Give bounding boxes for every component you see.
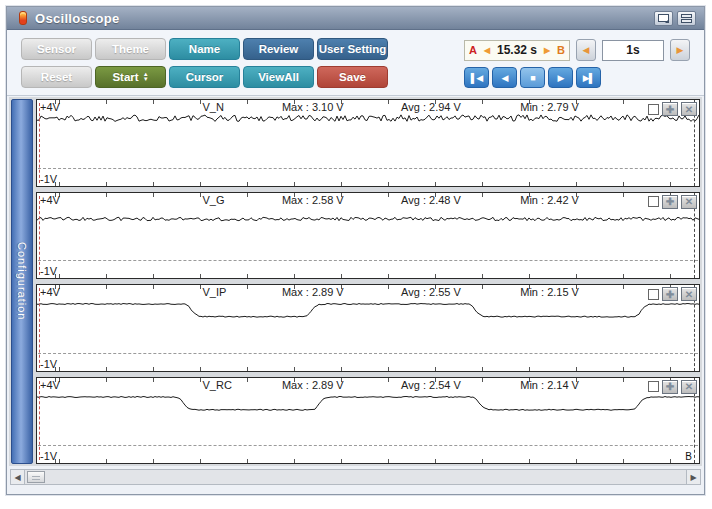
toolbar-buttons: SensorThemeNameReviewUser Setting ResetS… xyxy=(21,38,388,88)
channel-header: +4V V_N Max : 3.10 V Avg : 2.94 V Min : … xyxy=(37,100,699,116)
channel-controls: ✚ ✕ xyxy=(648,195,697,209)
window-title: Oscilloscope xyxy=(35,11,120,26)
review-button[interactable]: Review xyxy=(243,38,314,60)
magnify-channel-button[interactable]: ✚ xyxy=(662,102,678,116)
channel-controls: ✚ ✕ xyxy=(648,102,697,116)
playback-controls: ▌◀◀■▶▶▌ xyxy=(464,67,690,88)
scale-top-label: +4V xyxy=(40,101,60,113)
skip-start-button[interactable]: ▌◀ xyxy=(464,67,489,88)
app-window: Oscilloscope SensorThemeNameReviewUser S… xyxy=(6,6,705,495)
interval-decrease-button[interactable]: ◀ xyxy=(576,39,596,61)
channel-header: +4V V_RC Max : 2.89 V Avg : 2.54 V Min :… xyxy=(37,378,699,394)
channel-panel: +4V V_RC Max : 2.89 V Avg : 2.54 V Min :… xyxy=(36,377,700,465)
time-ticks-bottom xyxy=(37,367,699,371)
max-stat: Max : 2.89 V xyxy=(282,379,344,391)
channel-header: +4V V_G Max : 2.58 V Avg : 2.48 V Min : … xyxy=(37,193,699,209)
interval-field[interactable]: 1s xyxy=(602,40,664,61)
channel-checkbox[interactable] xyxy=(648,289,659,300)
scroll-left-button[interactable]: ◀ xyxy=(10,469,25,485)
scale-top-label: +4V xyxy=(40,194,60,206)
cursor-b-arrow-icon[interactable]: ▶ xyxy=(544,46,550,55)
sensor-button[interactable]: Sensor xyxy=(21,38,92,60)
time-ticks-bottom xyxy=(37,459,699,463)
zero-gridline xyxy=(38,168,698,169)
magnify-channel-button[interactable]: ✚ xyxy=(662,287,678,301)
cursor-b-label-top: B xyxy=(557,44,565,56)
scale-top-label: +4V xyxy=(40,286,60,298)
plot-area: Configuration +4V V_N Max : 3.10 V Avg :… xyxy=(9,97,702,466)
ab-time-value: 15.32 s xyxy=(497,43,537,57)
ab-time-display: A ◀ 15.32 s ▶ B xyxy=(464,40,570,61)
toolbar: SensorThemeNameReviewUser Setting ResetS… xyxy=(7,30,704,96)
magnify-channel-button[interactable]: ✚ xyxy=(662,380,678,394)
close-channel-button[interactable]: ✕ xyxy=(681,287,697,301)
scale-bottom-label: -1V xyxy=(40,358,57,370)
zero-gridline xyxy=(38,445,698,446)
channel-checkbox[interactable] xyxy=(648,196,659,207)
channel-name: V_IP xyxy=(203,286,227,298)
scrollbar-thumb[interactable] xyxy=(27,471,45,483)
channel-controls: ✚ ✕ xyxy=(648,287,697,301)
configuration-tab[interactable]: Configuration xyxy=(11,99,33,464)
avg-stat: Avg : 2.54 V xyxy=(401,379,461,391)
close-channel-button[interactable]: ✕ xyxy=(681,380,697,394)
name-button[interactable]: Name xyxy=(169,38,240,60)
channel-checkbox[interactable] xyxy=(648,381,659,392)
user-setting-button[interactable]: User Setting xyxy=(317,38,388,60)
cursor-button[interactable]: Cursor xyxy=(169,66,240,88)
channel-controls: ✚ ✕ xyxy=(648,380,697,394)
cursor-a-label: A xyxy=(469,44,477,56)
stop-button[interactable]: ■ xyxy=(520,67,545,88)
viewall-button[interactable]: ViewAll xyxy=(243,66,314,88)
magnify-channel-button[interactable]: ✚ xyxy=(662,195,678,209)
channel-header: +4V V_IP Max : 2.89 V Avg : 2.55 V Min :… xyxy=(37,285,699,301)
cursor-a-arrow-icon[interactable]: ◀ xyxy=(484,46,490,55)
scroll-right-button[interactable]: ▶ xyxy=(686,469,701,485)
close-channel-button[interactable]: ✕ xyxy=(681,102,697,116)
avg-stat: Avg : 2.94 V xyxy=(401,101,461,113)
avg-stat: Avg : 2.48 V xyxy=(401,194,461,206)
app-icon xyxy=(19,11,27,25)
channel-panel: +4V V_IP Max : 2.89 V Avg : 2.55 V Min :… xyxy=(36,284,700,372)
transport-controls: A ◀ 15.32 s ▶ B ◀ 1s ▶ ▌◀◀■▶▶▌ xyxy=(464,39,690,88)
zero-gridline xyxy=(38,260,698,261)
max-stat: Max : 3.10 V xyxy=(282,101,344,113)
zero-gridline xyxy=(38,353,698,354)
cursor-b-label: B xyxy=(685,451,692,462)
interval-increase-button[interactable]: ▶ xyxy=(670,39,690,61)
time-ticks-bottom xyxy=(37,182,699,186)
min-stat: Min : 2.42 V xyxy=(520,194,579,206)
channel-panel: +4V V_N Max : 3.10 V Avg : 2.94 V Min : … xyxy=(36,99,700,187)
max-stat: Max : 2.89 V xyxy=(282,286,344,298)
configuration-tab-label: Configuration xyxy=(16,242,28,320)
channel-panel: +4V V_G Max : 2.58 V Avg : 2.48 V Min : … xyxy=(36,192,700,280)
step-back-button[interactable]: ◀ xyxy=(492,67,517,88)
channel-checkbox[interactable] xyxy=(648,104,659,115)
time-ticks-bottom xyxy=(37,274,699,278)
theme-button[interactable]: Theme xyxy=(95,38,166,60)
start-button[interactable]: Start▲▼ xyxy=(95,66,166,88)
stacked-panels-icon xyxy=(681,14,692,23)
scale-bottom-label: -1V xyxy=(40,265,57,277)
save-button[interactable]: Save xyxy=(317,66,388,88)
avg-stat: Avg : 2.55 V xyxy=(401,286,461,298)
channel-name: V_N xyxy=(203,101,224,113)
close-channel-button[interactable]: ✕ xyxy=(681,195,697,209)
title-bar: Oscilloscope xyxy=(7,7,704,30)
channel-name: V_RC xyxy=(203,379,232,391)
play-button[interactable]: ▶ xyxy=(548,67,573,88)
min-stat: Min : 2.15 V xyxy=(520,286,579,298)
max-stat: Max : 2.58 V xyxy=(282,194,344,206)
scale-top-label: +4V xyxy=(40,379,60,391)
skip-end-button[interactable]: ▶▌ xyxy=(576,67,601,88)
scale-bottom-label: -1V xyxy=(40,450,57,462)
scrollbar-track[interactable] xyxy=(25,469,686,485)
horizontal-scrollbar: ◀ ▶ xyxy=(10,469,701,485)
reset-button[interactable]: Reset xyxy=(21,66,92,88)
start-spinner-icon: ▲▼ xyxy=(143,72,149,82)
layout-panels-button[interactable] xyxy=(677,11,696,26)
channel-name: V_G xyxy=(203,194,225,206)
display-window-button[interactable] xyxy=(654,11,673,26)
monitor-icon xyxy=(658,14,669,22)
scale-bottom-label: -1V xyxy=(40,173,57,185)
